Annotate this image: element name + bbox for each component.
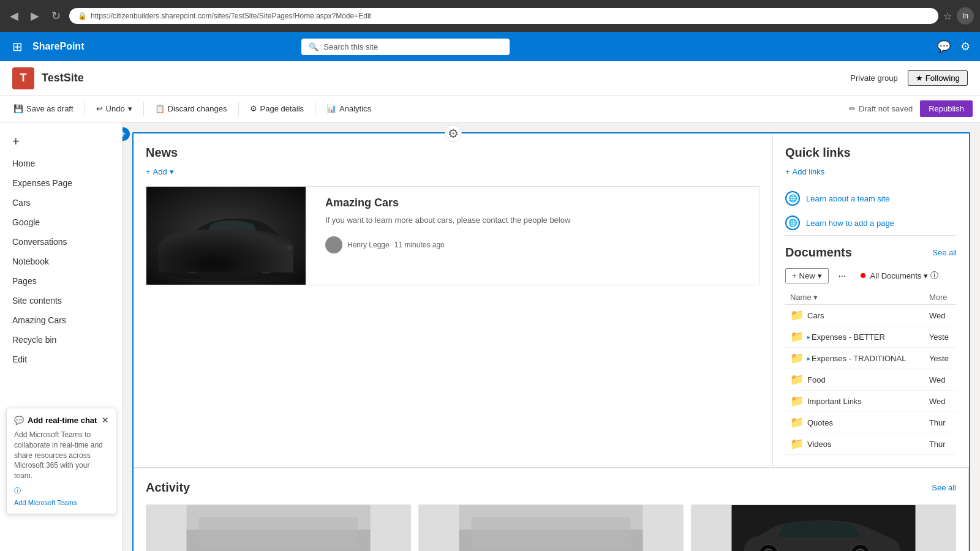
toolbar-separator-3: [238, 102, 239, 116]
svg-point-3: [186, 254, 198, 266]
see-all-activity-button[interactable]: See all: [932, 483, 956, 492]
table-row[interactable]: 📁 Quotes Thur: [785, 412, 957, 433]
site-logo: T: [12, 67, 34, 89]
analytics-button[interactable]: 📊 Analytics: [320, 101, 377, 116]
doc-name: Cars: [807, 311, 824, 320]
page-details-button[interactable]: ⚙ Page details: [244, 101, 311, 116]
chat-panel-description: Add Microsoft Teams to collaborate in re…: [14, 430, 108, 481]
nav-item-amazing-cars[interactable]: Amazing Cars: [0, 310, 122, 330]
chat-info-link[interactable]: ⓘ: [14, 487, 21, 494]
url-text: https://citizenbuilders.sharepoint.com/s…: [91, 12, 371, 20]
add-label: Add: [153, 167, 167, 176]
activity-cards: S SitePages Home Henry Legge Viewed a fe…: [146, 504, 956, 551]
republish-button[interactable]: Republish: [920, 100, 973, 117]
site-title[interactable]: TestSite: [42, 72, 84, 84]
doc-modified: Thur: [924, 412, 957, 433]
waffle-icon[interactable]: ⊞: [10, 37, 25, 56]
activity-card[interactable]: S SitePages Amazing-Cars Henry Legge Edi…: [691, 504, 956, 551]
add-section-button[interactable]: +: [123, 127, 130, 141]
browser-chrome: ◀ ▶ ↻ 🔒 https://citizenbuilders.sharepoi…: [0, 0, 980, 32]
main-layout: + Home Expenses Page Cars Google Convers…: [0, 122, 980, 551]
app-name: SharePoint: [32, 41, 84, 52]
documents-table: Name ▾ More 📁 Cars Wed: [785, 290, 957, 455]
bookmark-icon[interactable]: ☆: [943, 10, 952, 22]
modified-column-header[interactable]: More: [924, 290, 957, 305]
doc-modified: Wed: [924, 305, 957, 326]
folder-icon: 📁: [790, 351, 804, 365]
nav-add-button[interactable]: +: [0, 130, 122, 154]
topbar-right: 💬 ⚙: [937, 40, 970, 53]
draft-label-text: Draft not saved: [859, 104, 913, 113]
documents-more-button[interactable]: ···: [834, 267, 851, 284]
quick-link-item-2[interactable]: 🌐 Learn how to add a page: [785, 211, 957, 235]
time-ago: 11 minutes ago: [394, 241, 445, 249]
doc-name: Food: [807, 375, 826, 384]
table-row[interactable]: 📁 ▸ Expenses - BETTER Yeste: [785, 326, 957, 348]
undo-button[interactable]: ↩ Undo ▾: [90, 101, 138, 116]
nav-item-recycle-bin[interactable]: Recycle bin: [0, 330, 122, 350]
activity-header: Activity See all: [146, 481, 956, 495]
add-teams-link[interactable]: Add Microsoft Teams: [14, 499, 108, 506]
quick-link-item-1[interactable]: 🌐 Learn about a team site: [785, 186, 957, 211]
folder-icon: 📁: [790, 416, 804, 429]
news-headline: Amazing Cars: [325, 197, 750, 209]
svg-point-4: [254, 248, 278, 272]
activity-row: Activity See all S SitePages Home Henry: [134, 467, 969, 551]
news-author: Henry Legge 11 minutes ago: [325, 236, 750, 253]
browser-back-btn[interactable]: ◀: [6, 7, 22, 25]
browser-address-bar[interactable]: 🔒 https://citizenbuilders.sharepoint.com…: [69, 8, 938, 24]
table-row[interactable]: 📁 Food Wed: [785, 369, 957, 391]
browser-forward-btn[interactable]: ▶: [27, 7, 43, 25]
settings-gear-icon[interactable]: ⚙: [445, 125, 462, 142]
save-draft-button[interactable]: 💾 Save as draft: [7, 101, 80, 116]
activity-card[interactable]: S SitePages Home1 Henry Legge Edited 3 m…: [418, 504, 684, 551]
nav-item-site-contents[interactable]: Site contents: [0, 291, 122, 310]
search-bar[interactable]: 🔍 Search this site: [301, 39, 510, 55]
author-avatar: [325, 236, 342, 253]
activity-card[interactable]: S SitePages Home Henry Legge Viewed a fe…: [146, 504, 411, 551]
settings-icon[interactable]: ⚙: [960, 40, 970, 53]
browser-refresh-btn[interactable]: ↻: [48, 7, 64, 25]
nav-item-google[interactable]: Google: [0, 212, 122, 232]
news-card[interactable]: Amazing Cars If you want to learn more a…: [146, 186, 760, 285]
chevron-down-icon: ▾: [924, 271, 928, 280]
nav-item-cars[interactable]: Cars: [0, 193, 122, 212]
nav-label: Site contents: [12, 296, 62, 305]
nav-item-edit[interactable]: Edit: [0, 350, 122, 369]
sort-icon: ▾: [813, 293, 818, 302]
toolbar-separator: [85, 102, 85, 116]
profile-icon[interactable]: In: [957, 7, 974, 24]
table-row[interactable]: 📁 ▸ Expenses - TRADITIONAL Yeste: [785, 348, 957, 369]
add-links-button[interactable]: + Add links: [785, 167, 957, 176]
nav-item-expenses-page[interactable]: Expenses Page: [0, 173, 122, 193]
undo-chevron: ▾: [128, 104, 132, 113]
doc-name: Expenses - BETTER: [812, 332, 885, 342]
quick-link-label-1: Learn about a team site: [806, 194, 890, 203]
table-row[interactable]: 📁 Important Links Wed: [785, 391, 957, 412]
nav-item-conversations[interactable]: Conversations: [0, 232, 122, 252]
republish-label: Republish: [929, 104, 964, 113]
doc-modified: Wed: [924, 369, 957, 391]
plus-icon: +: [792, 271, 797, 280]
nav-item-home[interactable]: Home: [0, 154, 122, 173]
see-all-documents-button[interactable]: See all: [932, 248, 957, 257]
view-indicator: [861, 273, 865, 278]
chat-icon[interactable]: 💬: [937, 40, 951, 53]
chat-panel-close-button[interactable]: ✕: [102, 416, 108, 425]
table-row[interactable]: 📁 Videos Thur: [785, 433, 957, 455]
following-label: Following: [925, 73, 960, 83]
nav-item-notebook[interactable]: Notebook: [0, 252, 122, 271]
news-section: ⚙ News + Add ▾: [134, 133, 773, 467]
activity-card-image: [692, 505, 956, 551]
table-row[interactable]: 📁 Cars Wed: [785, 305, 957, 326]
following-button[interactable]: ★ Following: [908, 70, 968, 86]
doc-name: Important Links: [807, 397, 862, 406]
name-column-header[interactable]: Name ▾: [785, 290, 924, 305]
new-document-button[interactable]: + New ▾: [785, 268, 829, 283]
page-details-icon: ⚙: [250, 104, 257, 113]
news-add-button[interactable]: + Add ▾: [146, 167, 760, 176]
discard-label: Discard changes: [168, 104, 227, 113]
discard-button[interactable]: 📋 Discard changes: [149, 101, 233, 116]
nav-item-pages[interactable]: Pages: [0, 271, 122, 291]
view-selector[interactable]: All Documents ▾ ⓘ: [861, 270, 939, 281]
